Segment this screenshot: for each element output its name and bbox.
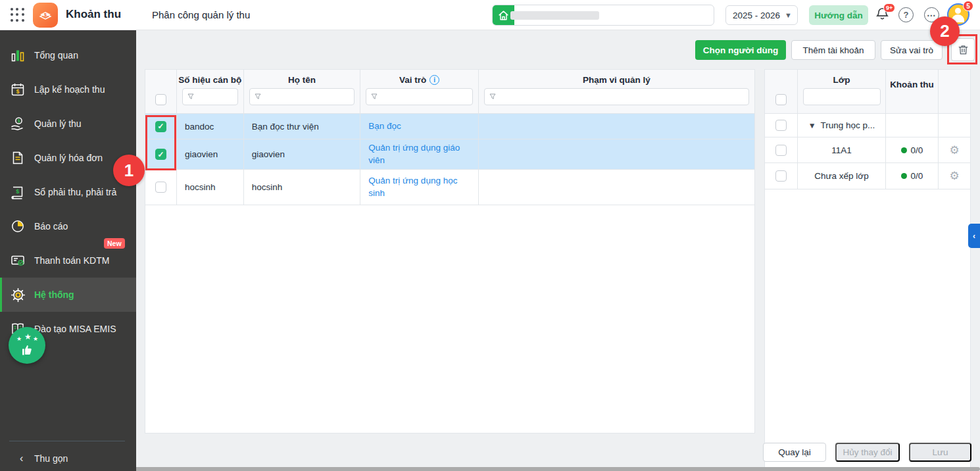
school-name-redacted xyxy=(510,11,599,20)
table-row-hocsinh[interactable]: hocsinh hocsinh Quản trị ứng dụng học si… xyxy=(145,170,754,205)
row-checkbox[interactable]: ✓ xyxy=(155,121,166,132)
sidebar-item-quan-ly-hoa-don[interactable]: Quản lý hóa đơn xyxy=(0,141,136,175)
money-stack-icon: $ xyxy=(37,7,54,24)
column-header-role: Vai trò xyxy=(399,75,426,85)
filter-input-role[interactable] xyxy=(366,88,473,105)
chevron-down-icon: ▼ xyxy=(785,11,792,19)
collapse-panel-tab[interactable]: ‹ xyxy=(968,224,980,248)
column-header-scope: Phạm vi quản lý xyxy=(583,75,650,85)
calendar-dollar-icon: $ xyxy=(9,81,26,98)
classes-panel: Lớp Khoản thu ▼ Trung học p... 11A1 0/0 … xyxy=(764,69,971,468)
avatar-person-icon xyxy=(955,8,961,14)
chevron-left-icon: ‹ xyxy=(20,453,23,464)
role-link[interactable]: Bạn đọc xyxy=(368,120,401,132)
users-table: Số hiệu cán bộ Họ tên Vai trò i Phạm vi … xyxy=(145,69,755,434)
users-table-header: Số hiệu cán bộ Họ tên Vai trò i Phạm vi … xyxy=(145,70,754,114)
svg-text:$: $ xyxy=(16,88,20,95)
row-checkbox[interactable] xyxy=(775,120,787,131)
avatar[interactable]: 5 xyxy=(947,3,969,26)
guide-button[interactable]: Hướng dẫn xyxy=(809,5,868,25)
select-all-checkbox[interactable] xyxy=(155,94,166,105)
school-search-bar[interactable] xyxy=(492,5,714,26)
khoan-thu-app-logo[interactable]: $ xyxy=(33,3,58,28)
add-account-button[interactable]: Thêm tài khoản xyxy=(791,40,875,60)
chevron-down-icon[interactable]: ▼ xyxy=(808,121,816,130)
thumbs-up-icon xyxy=(18,341,36,359)
class-group-row[interactable]: ▼ Trung học p... xyxy=(765,114,970,137)
table-row-giaovien[interactable]: ✓ giaovien giaovien Quản trị ứng dụng gi… xyxy=(145,139,754,170)
sidebar-item-thanh-toan-kdtm[interactable]: Thanh toán KDTM New xyxy=(0,243,136,278)
hand-coin-icon: $ xyxy=(9,115,26,132)
help-button[interactable]: ? xyxy=(898,7,914,22)
more-options-button[interactable]: ⋯ xyxy=(924,7,939,22)
classes-table-header: Lớp Khoản thu xyxy=(765,70,970,114)
feedback-thumbs-up-button[interactable]: ★ ★ ★ xyxy=(9,327,45,364)
class-settings-gear-icon[interactable]: ⚙ xyxy=(949,169,959,183)
column-header-code: Số hiệu cán bộ xyxy=(178,75,241,85)
status-dot xyxy=(901,173,907,179)
class-row-chua-xep-lop[interactable]: Chưa xếp lớp 0/0 ⚙ xyxy=(765,163,970,189)
column-header-name: Họ tên xyxy=(288,75,316,85)
notification-badge: 9+ xyxy=(883,3,895,12)
sidebar-item-quan-ly-thu[interactable]: $ Quản lý thu xyxy=(0,107,136,141)
row-checkbox[interactable] xyxy=(775,170,787,182)
app-launcher-icon[interactable] xyxy=(11,8,25,22)
avatar-badge: 5 xyxy=(963,1,973,11)
star-icon: ★ xyxy=(24,332,32,341)
filter-input-scope[interactable] xyxy=(484,88,749,105)
role-info-icon[interactable]: i xyxy=(429,75,439,85)
save-button[interactable]: Lưu xyxy=(909,443,971,462)
sidebar-divider xyxy=(9,441,125,441)
new-badge: New xyxy=(104,238,125,249)
filter-funnel-icon xyxy=(255,93,261,100)
sidebar-item-tong-quan[interactable]: Tổng quan xyxy=(0,38,136,72)
role-link[interactable]: Quản trị ứng dụng giáo viên xyxy=(368,142,461,166)
select-all-classes-checkbox[interactable] xyxy=(775,94,787,105)
page-title: Phân công quản lý thu xyxy=(152,9,250,20)
delete-button[interactable] xyxy=(951,38,975,61)
status-dot xyxy=(901,147,907,153)
bar-chart-icon xyxy=(9,47,26,64)
svg-text:$: $ xyxy=(44,12,47,18)
select-user-button[interactable]: Chọn người dùng xyxy=(695,40,786,60)
gear-icon xyxy=(9,286,26,303)
sidebar-item-lap-ke-hoach-thu[interactable]: $ Lập kế hoạch thu xyxy=(0,72,136,107)
sidebar-item-he-thong[interactable]: Hệ thống xyxy=(0,278,136,312)
filter-input-class[interactable] xyxy=(803,88,881,105)
svg-text:$: $ xyxy=(16,188,19,195)
pie-chart-icon xyxy=(9,218,26,235)
invoice-icon xyxy=(9,149,26,166)
notifications-button[interactable]: 9+ xyxy=(875,6,892,23)
top-header: $ Khoản thu Phân công quản lý thu 2025 -… xyxy=(0,0,980,30)
sidebar-item-so-phai-thu[interactable]: $ Sổ phải thu, phải trả xyxy=(0,175,136,209)
filter-input-name[interactable] xyxy=(249,88,355,105)
card-check-icon xyxy=(9,252,26,269)
row-checkbox[interactable]: ✓ xyxy=(155,149,166,160)
school-year-value: 2025 - 2026 xyxy=(733,11,780,20)
table-row-bandoc[interactable]: ✓ bandoc Bạn đọc thư viện Bạn đọc xyxy=(145,114,754,139)
trash-icon xyxy=(957,43,969,56)
column-header-fee: Khoản thu xyxy=(890,79,934,91)
column-header-class: Lớp xyxy=(833,75,850,85)
filter-funnel-icon xyxy=(489,93,496,100)
fee-count: 0/0 xyxy=(911,145,923,155)
filter-input-code[interactable] xyxy=(182,88,238,105)
fee-count: 0/0 xyxy=(911,171,923,181)
class-row-11a1[interactable]: 11A1 0/0 ⚙ xyxy=(765,137,970,163)
collapse-sidebar-button[interactable]: ‹ Thu gọn xyxy=(0,446,136,471)
filter-funnel-icon xyxy=(371,93,378,100)
role-link[interactable]: Quản trị ứng dụng học sinh xyxy=(368,175,461,199)
cancel-changes-button[interactable]: Hủy thay đổi xyxy=(835,443,900,462)
row-checkbox[interactable] xyxy=(155,182,166,193)
app-title: Khoản thu xyxy=(66,8,121,21)
ledger-book-icon: $ xyxy=(9,184,26,201)
class-settings-gear-icon[interactable]: ⚙ xyxy=(949,143,959,157)
back-button[interactable]: Quay lại xyxy=(763,443,826,462)
sidebar: Tổng quan $ Lập kế hoạch thu $ Quản lý t… xyxy=(0,30,136,471)
filter-funnel-icon xyxy=(187,93,194,100)
school-year-select[interactable]: 2025 - 2026 ▼ xyxy=(725,5,798,25)
horizontal-scrollbar[interactable] xyxy=(0,467,980,471)
row-checkbox[interactable] xyxy=(775,145,787,156)
edit-role-button[interactable]: Sửa vai trò xyxy=(881,40,943,60)
